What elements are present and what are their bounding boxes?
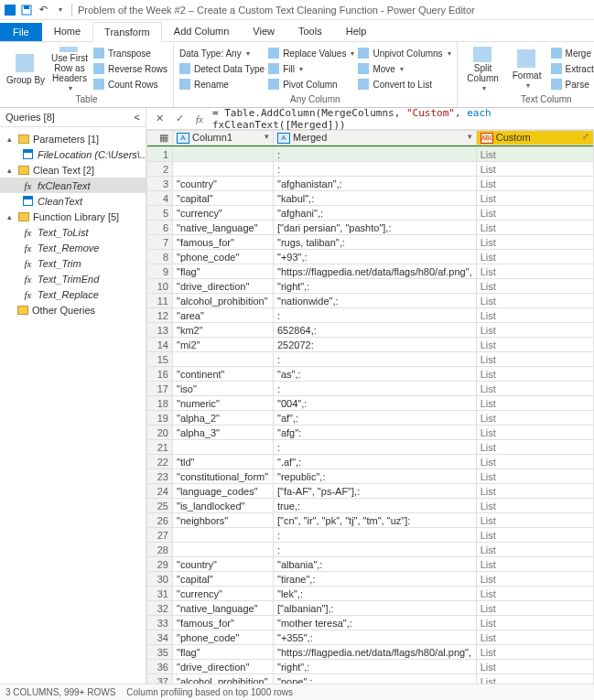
table-row[interactable]: 22"tld"".af",:List — [147, 455, 594, 469]
row-number[interactable]: 13 — [147, 323, 173, 338]
cell-merged[interactable]: "lek",: — [274, 587, 477, 601]
cell-custom[interactable]: List — [476, 206, 593, 221]
convert-to-list-button[interactable]: Convert to List — [358, 78, 450, 92]
row-number[interactable]: 22 — [147, 455, 173, 469]
transpose-button[interactable]: Transpose — [93, 47, 167, 61]
table-row[interactable]: 17"iso":List — [147, 382, 594, 396]
table-row[interactable]: 8"phone_code""+93",:List — [147, 250, 594, 264]
cell-merged[interactable]: "afghanistan",: — [274, 177, 477, 191]
cell-custom[interactable]: List — [476, 338, 593, 352]
cell-column1[interactable]: "flag" — [173, 264, 274, 279]
cell-custom[interactable]: List — [476, 352, 593, 367]
cell-column1[interactable] — [173, 440, 274, 455]
cell-column1[interactable]: "tld" — [173, 455, 274, 469]
cell-column1[interactable]: "area" — [173, 308, 274, 323]
cell-column1[interactable]: "alcohol_prohibition" — [173, 294, 274, 308]
table-row[interactable]: 14"mi2"252072:List — [147, 338, 594, 352]
cell-merged[interactable]: "+93",: — [274, 250, 477, 264]
table-row[interactable]: 24"language_codes"["fa-AF", "ps-AF"],:Li… — [147, 484, 594, 499]
cell-merged[interactable]: "albania",: — [274, 557, 477, 572]
query-cleantext[interactable]: CleanText — [0, 193, 146, 209]
cell-custom[interactable]: List — [476, 177, 593, 191]
query-filelocation[interactable]: FileLocation (C:\Users\...) — [0, 146, 146, 162]
cell-column1[interactable]: "native_language" — [173, 221, 274, 235]
tab-add-column[interactable]: Add Column — [162, 21, 242, 41]
cell-column1[interactable]: "capital" — [173, 572, 274, 587]
table-row[interactable]: 6"native_language"["dari persian", "pash… — [147, 221, 594, 235]
cell-merged[interactable]: ["dari persian", "pashto"],: — [274, 221, 477, 235]
row-number[interactable]: 37 — [147, 674, 173, 684]
cell-merged[interactable]: ["cn", "ir", "pk", "tj", "tm", "uz"]: — [274, 513, 477, 528]
table-row[interactable]: 13"km2"652864,:List — [147, 323, 594, 338]
type-text-icon[interactable]: A — [277, 133, 290, 144]
cell-merged[interactable]: "nationwide",: — [274, 294, 477, 308]
cell-column1[interactable]: "native_language" — [173, 601, 274, 616]
cell-merged[interactable]: : — [274, 147, 477, 162]
cell-merged[interactable]: "afghani",: — [274, 206, 477, 221]
cell-column1[interactable] — [173, 543, 274, 557]
table-row[interactable]: 23"constitutional_form""republic",:List — [147, 469, 594, 484]
tab-file[interactable]: File — [0, 23, 42, 41]
cell-column1[interactable]: "alcohol_prohibition" — [173, 674, 274, 684]
row-number[interactable]: 36 — [147, 660, 173, 674]
folder-clean-text[interactable]: ▴Clean Text [2] — [0, 162, 146, 178]
query-text-tolist[interactable]: fxText_ToList — [0, 224, 146, 240]
table-row[interactable]: 2:List — [147, 162, 594, 177]
row-number[interactable]: 33 — [147, 616, 173, 630]
row-number[interactable]: 14 — [147, 338, 173, 352]
filter-icon[interactable]: ▾ — [468, 132, 472, 141]
row-number[interactable]: 21 — [147, 440, 173, 455]
cell-merged[interactable]: "none",: — [274, 674, 477, 684]
row-number[interactable]: 5 — [147, 206, 173, 221]
cell-column1[interactable] — [173, 528, 274, 543]
tab-transform[interactable]: Transform — [92, 22, 162, 42]
cell-merged[interactable]: "republic",: — [274, 469, 477, 484]
table-row[interactable]: 19"alpha_2""af",:List — [147, 411, 594, 425]
cell-merged[interactable]: ["fa-AF", "ps-AF"],: — [274, 484, 477, 499]
row-number[interactable]: 16 — [147, 367, 173, 382]
query-text-trim[interactable]: fxText_Trim — [0, 255, 146, 271]
row-number[interactable]: 8 — [147, 250, 173, 264]
cell-merged[interactable]: "mother teresa",: — [274, 616, 477, 630]
table-row[interactable]: 21:List — [147, 440, 594, 455]
row-number[interactable]: 30 — [147, 572, 173, 587]
cell-custom[interactable]: List — [476, 455, 593, 469]
merge-columns-button[interactable]: Merge Columns — [551, 47, 594, 61]
parse-button[interactable]: Parse — [551, 78, 594, 92]
data-type-button[interactable]: Data Type: Any — [179, 47, 265, 61]
table-row[interactable]: 7"famous_for""rugs, taliban",:List — [147, 235, 594, 250]
rename-button[interactable]: Rename — [179, 78, 265, 92]
corner-cell[interactable]: ▦ — [147, 131, 173, 145]
table-row[interactable]: 10"drive_direction""right",:List — [147, 279, 594, 294]
table-row[interactable]: 29"country""albania",:List — [147, 557, 594, 572]
undo-icon[interactable]: ↶ — [37, 4, 49, 16]
query-text-remove[interactable]: fxText_Remove — [0, 240, 146, 255]
column-header-column1[interactable]: AColumn1▾ — [173, 131, 274, 145]
cell-custom[interactable]: List — [476, 440, 593, 455]
cell-custom[interactable]: List — [476, 396, 593, 411]
cell-column1[interactable]: "neighbors" — [173, 513, 274, 528]
data-grid[interactable]: ▦ AColumn1▾ AMerged▾ ABCCustom⤢ 1:List2:… — [146, 130, 594, 684]
cell-custom[interactable]: List — [476, 221, 593, 235]
cell-custom[interactable]: List — [476, 499, 593, 513]
cell-custom[interactable]: List — [476, 616, 593, 630]
row-number[interactable]: 35 — [147, 645, 173, 660]
cell-column1[interactable] — [173, 352, 274, 367]
row-number[interactable]: 4 — [147, 191, 173, 206]
row-number[interactable]: 24 — [147, 484, 173, 499]
cell-custom[interactable]: List — [476, 367, 593, 382]
cell-column1[interactable]: "alpha_3" — [173, 425, 274, 440]
formula-input[interactable]: = Table.AddColumn(MergeColumns, "Custom"… — [212, 108, 589, 131]
table-row[interactable]: 25"is_landlocked"true,:List — [147, 499, 594, 513]
count-rows-button[interactable]: Count Rows — [93, 78, 167, 92]
row-number[interactable]: 15 — [147, 352, 173, 367]
row-number[interactable]: 23 — [147, 469, 173, 484]
row-number[interactable]: 6 — [147, 221, 173, 235]
cell-column1[interactable] — [173, 162, 274, 177]
cell-custom[interactable]: List — [476, 630, 593, 645]
cell-custom[interactable]: List — [476, 513, 593, 528]
cell-merged[interactable]: "as",: — [274, 367, 477, 382]
tab-help[interactable]: Help — [334, 21, 379, 41]
cell-column1[interactable]: "country" — [173, 557, 274, 572]
table-row[interactable]: 33"famous_for""mother teresa",:List — [147, 616, 594, 630]
